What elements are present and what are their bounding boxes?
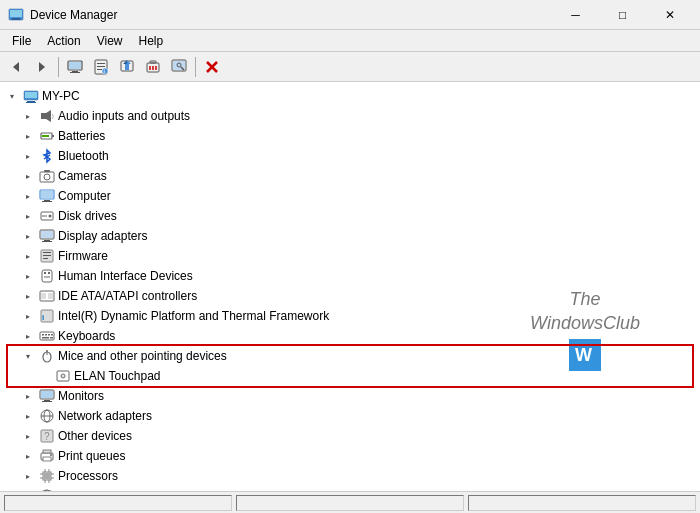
svg-rect-75: [44, 337, 49, 339]
svg-rect-54: [44, 240, 50, 241]
update-driver-button[interactable]: [115, 55, 139, 79]
svg-rect-57: [43, 252, 51, 253]
svg-point-50: [49, 215, 52, 218]
menu-help[interactable]: Help: [131, 30, 172, 51]
menu-view[interactable]: View: [89, 30, 131, 51]
svg-rect-3: [11, 19, 21, 20]
tree-item-diskdrives[interactable]: ▸Disk drives: [0, 206, 700, 226]
tree-item-elan[interactable]: ELAN Touchpad: [0, 366, 700, 386]
device-label-elan: ELAN Touchpad: [74, 369, 161, 383]
expand-icon-intel[interactable]: ▸: [20, 308, 36, 324]
expand-icon-cameras[interactable]: ▸: [20, 168, 36, 184]
tree-item-hid[interactable]: ▸Human Interface Devices: [0, 266, 700, 286]
svg-rect-44: [44, 170, 50, 172]
tree-root[interactable]: ▾ MY-PC: [0, 86, 700, 106]
tree-item-cameras[interactable]: ▸Cameras: [0, 166, 700, 186]
status-pane-1: [4, 495, 232, 511]
status-bar: [0, 491, 700, 513]
expand-icon-network[interactable]: ▸: [20, 408, 36, 424]
device-label-computer: Computer: [58, 189, 111, 203]
computer-button[interactable]: [63, 55, 87, 79]
device-icon-network: [39, 408, 55, 424]
device-label-firmware: Firmware: [58, 249, 108, 263]
maximize-button[interactable]: □: [600, 1, 645, 29]
svg-rect-74: [42, 337, 44, 339]
tree-item-keyboards[interactable]: ▸Keyboards: [0, 326, 700, 346]
device-label-cameras: Cameras: [58, 169, 107, 183]
tree-item-firmware[interactable]: ▸Firmware: [0, 246, 700, 266]
expand-icon-batteries[interactable]: ▸: [20, 128, 36, 144]
menu-file[interactable]: File: [4, 30, 39, 51]
svg-rect-70: [42, 334, 44, 336]
svg-rect-7: [69, 62, 81, 69]
tree-item-mice[interactable]: ▾Mice and other pointing devices: [0, 346, 700, 366]
svg-rect-86: [42, 401, 52, 402]
svg-rect-59: [43, 258, 48, 259]
expand-icon-keyboards[interactable]: ▸: [20, 328, 36, 344]
expand-icon-processors[interactable]: ▸: [20, 468, 36, 484]
device-label-monitors: Monitors: [58, 389, 104, 403]
expand-icon-audio[interactable]: ▸: [20, 108, 36, 124]
menu-action[interactable]: Action: [39, 30, 88, 51]
back-button[interactable]: [4, 55, 28, 79]
expand-icon-elan[interactable]: [36, 368, 52, 384]
expand-icon-mice[interactable]: ▾: [20, 348, 36, 364]
expand-icon-print[interactable]: ▸: [20, 448, 36, 464]
toolbar-sep-2: [195, 57, 196, 77]
expand-icon-bluetooth[interactable]: ▸: [20, 148, 36, 164]
device-label-network: Network adapters: [58, 409, 152, 423]
tree-item-display[interactable]: ▸Display adapters: [0, 226, 700, 246]
svg-rect-8: [72, 71, 78, 72]
close-button[interactable]: ✕: [647, 1, 692, 29]
tree-item-network[interactable]: ▸Network adapters: [0, 406, 700, 426]
device-label-intel: Intel(R) Dynamic Platform and Thermal Fr…: [58, 309, 329, 323]
svg-rect-11: [97, 63, 105, 64]
device-tree[interactable]: ▾ MY-PC ▸)Audio inputs and outputs▸Batte…: [0, 82, 700, 491]
main-content: ▾ MY-PC ▸)Audio inputs and outputs▸Batte…: [0, 82, 700, 491]
tree-item-other[interactable]: ▸?Other devices: [0, 426, 700, 446]
expand-icon-other[interactable]: ▸: [20, 428, 36, 444]
root-expand-icon[interactable]: ▾: [4, 88, 20, 104]
device-label-bluetooth: Bluetooth: [58, 149, 109, 163]
scan-button[interactable]: [167, 55, 191, 79]
device-icon-mice: [39, 348, 55, 364]
tree-item-intel[interactable]: ▸iIntel(R) Dynamic Platform and Thermal …: [0, 306, 700, 326]
device-icon-display: [39, 228, 55, 244]
tree-item-security[interactable]: ▸Security devices: [0, 486, 700, 491]
device-icon-ide: [39, 288, 55, 304]
expand-icon-diskdrives[interactable]: ▸: [20, 208, 36, 224]
app-title: Device Manager: [30, 8, 117, 22]
device-icon-diskdrives: [39, 208, 55, 224]
svg-rect-60: [42, 270, 52, 282]
tree-item-audio[interactable]: ▸)Audio inputs and outputs: [0, 106, 700, 126]
tree-item-computer[interactable]: ▸Computer: [0, 186, 700, 206]
properties-button[interactable]: i: [89, 55, 113, 79]
minimize-button[interactable]: ─: [553, 1, 598, 29]
tree-item-print[interactable]: ▸Print queues: [0, 446, 700, 466]
svg-rect-34: [26, 102, 36, 103]
tree-item-ide[interactable]: ▸IDE ATA/ATAPI controllers: [0, 286, 700, 306]
forward-button[interactable]: [30, 55, 54, 79]
svg-point-95: [50, 454, 52, 456]
svg-marker-5: [39, 62, 45, 72]
tree-item-batteries[interactable]: ▸Batteries: [0, 126, 700, 146]
tree-item-processors[interactable]: ▸Processors: [0, 466, 700, 486]
expand-icon-ide[interactable]: ▸: [20, 288, 36, 304]
expand-icon-firmware[interactable]: ▸: [20, 248, 36, 264]
svg-rect-19: [125, 64, 129, 70]
svg-rect-55: [42, 241, 52, 242]
tree-item-bluetooth[interactable]: ▸Bluetooth: [0, 146, 700, 166]
svg-rect-2: [12, 18, 20, 19]
svg-rect-66: [48, 293, 53, 299]
svg-point-82: [63, 376, 64, 377]
expand-icon-security[interactable]: ▸: [20, 488, 36, 491]
delete-button[interactable]: [200, 55, 224, 79]
expand-icon-hid[interactable]: ▸: [20, 268, 36, 284]
expand-icon-monitors[interactable]: ▸: [20, 388, 36, 404]
tree-item-monitors[interactable]: ▸Monitors: [0, 386, 700, 406]
expand-icon-computer[interactable]: ▸: [20, 188, 36, 204]
uninstall-button[interactable]: [141, 55, 165, 79]
svg-rect-53: [41, 231, 53, 238]
expand-icon-display[interactable]: ▸: [20, 228, 36, 244]
svg-marker-36: [46, 110, 51, 122]
